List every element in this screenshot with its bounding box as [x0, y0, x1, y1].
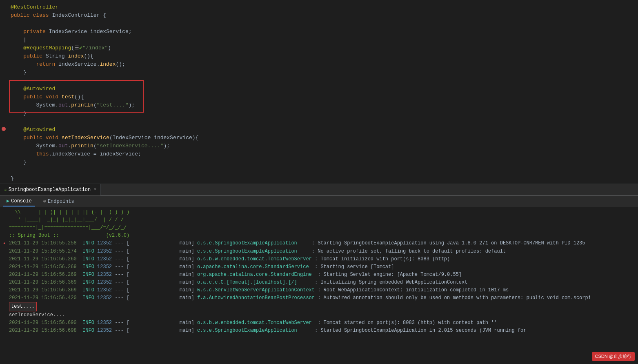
java-file-icon: ☕ [4, 187, 7, 192]
code-line-12: public void test(){ [0, 93, 638, 101]
code-line-4: private IndexService indexService; [0, 28, 638, 36]
console-ascii-4: :: Spring Boot :: (v2.6.0) [0, 232, 638, 240]
line-content-7: public String index(){ [7, 52, 638, 60]
log-content-8: 2021-11-29 15:16:56.420 INFO 12352 --- [… [9, 294, 635, 302]
line-content-14: } [7, 109, 638, 118]
line-content-5: | [7, 36, 638, 44]
code-line-2: public class IndexController { [0, 11, 638, 20]
console-ascii-3: =========|_|===============|___/=/_/_/_/ [0, 224, 638, 232]
line-content-4: private IndexService indexService; [7, 28, 638, 36]
code-line-21 [0, 166, 638, 175]
setindex-output-line: setIndexService.... [0, 311, 638, 319]
endpoints-tab[interactable]: ⊕ Endpoints [40, 197, 78, 206]
code-line-11: @Autowired [0, 85, 638, 93]
log-line-6: 2021-11-29 15:16:56.369 INFO 12352 --- [… [0, 279, 638, 286]
log-line-9: 2021-11-29 15:16:56.690 INFO 12352 --- [… [0, 319, 638, 327]
code-line-10 [0, 77, 638, 85]
line-content-12: public void test(){ [7, 93, 638, 101]
log-content-9: 2021-11-29 15:16:56.690 INFO 12352 --- [… [9, 319, 635, 327]
console-tab-label: Console [11, 198, 31, 204]
con-gutter-l1: ● [3, 240, 9, 248]
gutter-16 [0, 127, 7, 131]
log-content-2: 2021-11-29 15:16:55.274 INFO 12352 --- [… [9, 248, 635, 255]
line-content-18: System.out.println("setIndexService...."… [7, 142, 638, 150]
line-content-22: } [7, 175, 638, 183]
code-line-9: } [0, 69, 638, 77]
line-content-13: System.out.println("test...."); [7, 101, 638, 109]
console-ascii-2: ' |____| _|_| |_|_|__|___/ | / / / [0, 216, 638, 224]
code-line-7: public String index(){ [0, 52, 638, 60]
log-line-1: ● 2021-11-29 15:16:55.258 INFO 12352 ---… [0, 240, 638, 248]
tool-tab-bar: ▶ Console ⊕ Endpoints [0, 195, 638, 207]
code-editor: @RestController public class IndexContro… [0, 0, 638, 184]
line-content-19: this.indexService = indexService; [7, 150, 638, 158]
log-content-1: 2021-11-29 15:16:55.258 INFO 12352 --- [… [9, 240, 635, 247]
line-content-10 [7, 77, 638, 85]
log-content-6: 2021-11-29 15:16:56.369 INFO 12352 --- [… [9, 279, 635, 286]
line-content-8: return indexService.index(); [7, 60, 638, 69]
code-line-5: | [0, 36, 638, 44]
line-content-16: @Autowired [7, 126, 638, 134]
ascii-line-1: \\ ___| |_)| | | | | || (- | ) ) ) ) [9, 209, 635, 216]
code-line-22: } [0, 175, 638, 183]
csdn-badge: CSDN @止步前行 [592, 352, 635, 361]
line-content-20: } [7, 158, 638, 166]
log-line-7: 2021-11-29 15:16:56.369 INFO 12352 --- [… [0, 286, 638, 294]
code-line-18: System.out.println("setIndexService...."… [0, 142, 638, 150]
line-content-3 [7, 20, 638, 28]
setindex-output-content: setIndexService.... [9, 311, 635, 319]
line-content-6: @RequestMapping(☰✔"/index") [7, 44, 638, 52]
console-tab[interactable]: ▶ Console [3, 196, 35, 206]
file-tab-label: SpringbootExampleApplication [9, 187, 91, 193]
log-line-2: 2021-11-29 15:16:55.274 INFO 12352 --- [… [0, 248, 638, 255]
line-content-1: @RestController [7, 3, 638, 11]
test-output-highlight: test.... [9, 302, 37, 311]
ascii-line-4: :: Spring Boot :: (v2.6.0) [9, 232, 635, 240]
code-line-13: System.out.println("test...."); [0, 101, 638, 109]
code-line-16: @Autowired [0, 126, 638, 134]
code-line-3 [0, 20, 638, 28]
test-output-content: test.... [9, 302, 635, 311]
line-content-2: public class IndexController { [7, 11, 638, 20]
console-output: \\ ___| |_)| | | | | || (- | ) ) ) ) ' |… [0, 207, 638, 364]
log-line-4: 2021-11-29 15:16:56.269 INFO 12352 --- [… [0, 263, 638, 271]
log-content-7: 2021-11-29 15:16:56.369 INFO 12352 --- [… [9, 286, 635, 294]
log-content-5: 2021-11-29 15:16:56.269 INFO 12352 --- [… [9, 271, 635, 279]
ascii-line-2: ' |____| _|_| |_|_|__|___/ | / / / [9, 216, 635, 224]
breakpoint-dot[interactable] [2, 127, 6, 131]
file-tab-close[interactable]: × [94, 187, 96, 192]
line-content-15 [7, 118, 638, 126]
console-ascii-1: \\ ___| |_)| | | | | || (- | ) ) ) ) [0, 209, 638, 216]
file-tab-bar: ☕ SpringbootExampleApplication × [0, 184, 638, 195]
log-line-10: 2021-11-29 15:16:56.698 INFO 12352 --- [… [0, 327, 638, 335]
line-content-17: public void setIndexService(IndexService… [7, 134, 638, 142]
endpoints-tab-label: Endpoints [48, 199, 74, 204]
ascii-line-3: =========|_|===============|___/=/_/_/_/ [9, 224, 635, 232]
line-content-9: } [7, 69, 638, 77]
code-line-6: @RequestMapping(☰✔"/index") [0, 44, 638, 52]
log-content-3: 2021-11-29 15:16:56.260 INFO 12352 --- [… [9, 255, 635, 263]
endpoints-tab-icon: ⊕ [43, 198, 46, 204]
code-line-14: } [0, 109, 638, 118]
line-content-11: @Autowired [7, 85, 638, 93]
log-line-3: 2021-11-29 15:16:56.260 INFO 12352 --- [… [0, 255, 638, 263]
console-tab-icon: ▶ [7, 198, 9, 204]
code-line-15 [0, 118, 638, 126]
log-content-4: 2021-11-29 15:16:56.269 INFO 12352 --- [… [9, 263, 635, 271]
log-line-5: 2021-11-29 15:16:56.269 INFO 12352 --- [… [0, 271, 638, 279]
log-content-10: 2021-11-29 15:16:56.698 INFO 12352 --- [… [9, 327, 635, 335]
file-tab-springboot[interactable]: ☕ SpringbootExampleApplication × [0, 184, 101, 195]
code-line-20: } [0, 158, 638, 166]
code-line-17: public void setIndexService(IndexService… [0, 134, 638, 142]
log-line-8: 2021-11-29 15:16:56.420 INFO 12352 --- [… [0, 294, 638, 302]
code-line-19: this.indexService = indexService; [0, 150, 638, 158]
line-content-21 [7, 166, 638, 175]
test-output-line: test.... [0, 302, 638, 311]
code-line-1: @RestController [0, 3, 638, 11]
code-line-8: return indexService.index(); [0, 60, 638, 69]
